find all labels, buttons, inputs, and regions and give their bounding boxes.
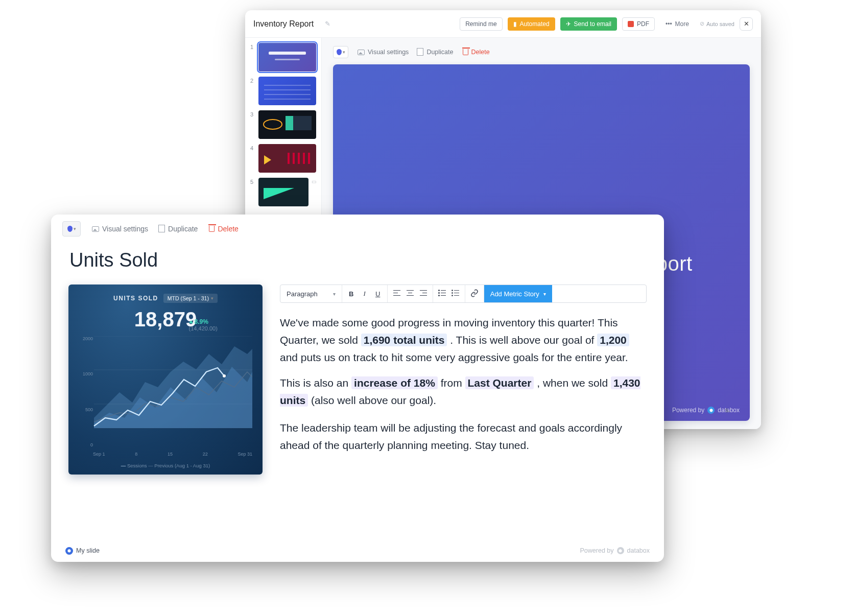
autosave-status: ⊘Auto saved [700, 20, 734, 27]
slide-toolbar-front: ▾ Visual settings Duplicate Delete [51, 215, 664, 243]
story-column: Paragraph▾ B I U [280, 285, 647, 475]
add-metric-story-button[interactable]: Add Metric Story▾ [484, 285, 552, 302]
image-icon [92, 226, 99, 232]
numbered-list-button[interactable] [452, 290, 460, 298]
theme-picker[interactable]: ▾ [333, 46, 348, 58]
pdf-icon [628, 21, 634, 27]
drop-icon [337, 49, 342, 55]
chart-svg [79, 336, 252, 438]
trash-icon [463, 49, 468, 55]
slide-thumb-3[interactable] [258, 110, 316, 139]
slide-thumb-5[interactable] [258, 178, 308, 206]
up-arrow-icon [189, 320, 193, 323]
slide-board-icon: ▭ [312, 179, 316, 184]
editor-body: Units Sold UNITS SOLD MTD (Sep 1 - 31)▾ … [51, 243, 664, 539]
chart-big-number: 18,879 [79, 308, 252, 331]
slide-thumb-1[interactable] [258, 43, 316, 72]
more-button[interactable]: ••• More [660, 17, 695, 31]
link-button[interactable] [470, 289, 479, 299]
databox-icon: ⬢ [707, 407, 715, 414]
send-to-email-button[interactable]: ✈Send to email [560, 17, 617, 31]
chevron-down-icon: ▾ [343, 50, 345, 55]
pdf-button[interactable]: PDF [622, 17, 655, 31]
slide-thumb-2[interactable] [258, 77, 316, 105]
thumb-row-1[interactable]: 1 [250, 43, 316, 72]
chevron-down-icon: ▾ [211, 296, 213, 301]
chevron-down-icon: ▾ [543, 291, 546, 297]
align-center-button[interactable] [406, 290, 414, 298]
svg-point-4 [223, 374, 226, 377]
duplicate-button-front[interactable]: Duplicate [159, 225, 198, 233]
metric-pill[interactable]: Last Quarter [465, 376, 534, 389]
drop-icon [67, 226, 73, 232]
slide-icon: ⬢ [65, 547, 73, 555]
section-title[interactable]: Units Sold [69, 249, 647, 271]
trash-icon [209, 226, 215, 232]
align-left-button[interactable] [393, 290, 401, 298]
chevron-down-icon: ▾ [74, 226, 76, 231]
slide-editor-window: ▾ Visual settings Duplicate Delete Units… [51, 215, 664, 562]
story-paragraph-1[interactable]: We've made some good progress in moving … [280, 314, 647, 366]
paragraph-style-select[interactable]: Paragraph▾ [280, 285, 342, 302]
units-sold-chart-card[interactable]: UNITS SOLD MTD (Sep 1 - 31)▾ 18,879 8.9%… [68, 285, 263, 475]
slide-name[interactable]: ⬢My slide [65, 547, 100, 555]
footer-powered-by: Powered by ⬢ databox [580, 547, 650, 554]
flash-icon: ▮ [513, 20, 517, 28]
metric-pill[interactable]: 1,200 [597, 334, 629, 346]
check-icon: ⊘ [700, 20, 704, 27]
document-title: Inventory Report [253, 19, 314, 29]
align-right-button[interactable] [419, 290, 428, 298]
chart-delta: 8.9% (14,420.00) [189, 318, 218, 331]
story-text-area[interactable]: We've made some good progress in moving … [280, 314, 647, 464]
automated-button[interactable]: ▮Automated [508, 17, 555, 31]
underline-button[interactable]: U [374, 290, 382, 298]
duplicate-icon [159, 226, 165, 232]
metric-pill[interactable]: increase of 18% [351, 376, 438, 389]
editor-two-col: UNITS SOLD MTD (Sep 1 - 31)▾ 18,879 8.9%… [68, 285, 647, 475]
delete-button[interactable]: Delete [463, 49, 490, 56]
chart-legend: Sessions Previous (Aug 1 - Aug 31) [79, 463, 252, 468]
thumb-row-5[interactable]: 5▭ [250, 178, 316, 206]
visual-settings-button[interactable]: Visual settings [358, 49, 409, 56]
bold-button[interactable]: B [347, 290, 355, 298]
theme-picker-front[interactable]: ▾ [62, 221, 81, 236]
duplicate-button[interactable]: Duplicate [418, 49, 453, 56]
visual-settings-button-front[interactable]: Visual settings [92, 225, 148, 233]
chart-plot: 2000 1000 500 0 [79, 336, 252, 461]
builder-toolbar: Inventory Report ✎ Remind me ▮Automated … [245, 10, 761, 38]
chevron-down-icon: ▾ [333, 291, 336, 297]
date-range-selector[interactable]: MTD (Sep 1 - 31)▾ [163, 294, 218, 303]
story-paragraph-2[interactable]: This is also an increase of 18% from Las… [280, 374, 647, 409]
truncated-tail: s. [725, 406, 730, 414]
thumb-row-2[interactable]: 2 [250, 77, 316, 105]
bullet-list-button[interactable] [438, 290, 446, 298]
link-icon [470, 289, 479, 297]
duplicate-icon [418, 49, 423, 56]
slide-thumb-4[interactable] [258, 144, 316, 173]
close-button[interactable]: ✕ [740, 17, 753, 31]
edit-title-icon[interactable]: ✎ [325, 20, 330, 28]
chart-title: UNITS SOLD [113, 295, 158, 302]
x-axis-ticks: Sep 1 8 15 22 Sep 31 [93, 452, 252, 457]
databox-icon: ⬢ [617, 547, 624, 554]
image-icon [358, 50, 365, 55]
thumb-row-3[interactable]: 3 [250, 110, 316, 139]
italic-button[interactable]: I [361, 290, 369, 298]
delete-button-front[interactable]: Delete [209, 225, 238, 233]
slide-toolbar-back: ▾ Visual settings Duplicate Delete [333, 46, 750, 58]
remind-me-button[interactable]: Remind me [460, 17, 502, 31]
richtext-toolbar: Paragraph▾ B I U [280, 285, 647, 303]
metric-pill[interactable]: 1,690 total units [361, 334, 447, 346]
story-paragraph-3[interactable]: The leadership team will be adjusting th… [280, 419, 647, 454]
send-icon: ✈ [566, 20, 571, 28]
editor-footer: ⬢My slide Powered by ⬢ databox [51, 539, 664, 562]
thumb-row-4[interactable]: 4 [250, 144, 316, 173]
